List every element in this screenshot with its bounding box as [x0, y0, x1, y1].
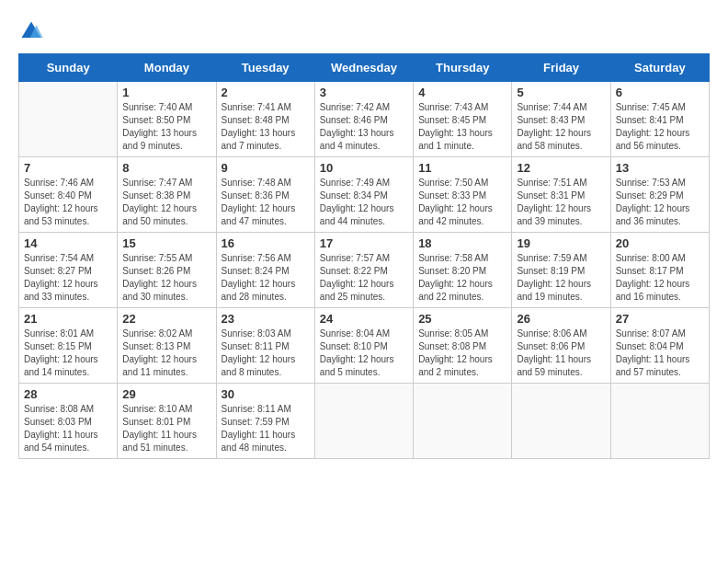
day-info: Sunrise: 7:49 AM Sunset: 8:34 PM Dayligh…: [320, 177, 408, 228]
calendar-cell: 14Sunrise: 7:54 AM Sunset: 8:27 PM Dayli…: [19, 233, 118, 308]
logo-icon: [18, 18, 44, 44]
day-number: 8: [122, 161, 210, 175]
day-info: Sunrise: 7:57 AM Sunset: 8:22 PM Dayligh…: [320, 252, 408, 304]
day-info: Sunrise: 7:53 AM Sunset: 8:29 PM Dayligh…: [616, 177, 704, 228]
day-info: Sunrise: 8:10 AM Sunset: 8:01 PM Dayligh…: [122, 403, 210, 454]
day-number: 15: [122, 236, 210, 250]
day-number: 28: [24, 387, 112, 401]
day-number: 9: [222, 161, 310, 175]
day-number: 23: [222, 312, 310, 326]
calendar-cell: 29Sunrise: 8:10 AM Sunset: 8:01 PM Dayli…: [118, 384, 216, 459]
day-number: 5: [517, 86, 605, 99]
day-info: Sunrise: 7:50 AM Sunset: 8:33 PM Dayligh…: [418, 177, 506, 228]
day-info: Sunrise: 7:46 AM Sunset: 8:40 PM Dayligh…: [24, 177, 112, 228]
day-info: Sunrise: 8:03 AM Sunset: 8:11 PM Dayligh…: [222, 327, 310, 379]
calendar-cell: 4Sunrise: 7:43 AM Sunset: 8:45 PM Daylig…: [414, 82, 512, 157]
calendar-cell: [314, 384, 413, 459]
day-info: Sunrise: 8:11 AM Sunset: 7:59 PM Dayligh…: [222, 403, 310, 454]
day-info: Sunrise: 7:42 AM Sunset: 8:46 PM Dayligh…: [320, 101, 408, 153]
day-info: Sunrise: 7:54 AM Sunset: 8:27 PM Dayligh…: [24, 252, 112, 304]
calendar-cell: 12Sunrise: 7:51 AM Sunset: 8:31 PM Dayli…: [512, 157, 610, 233]
day-number: 10: [320, 161, 408, 175]
calendar-week-5: 28Sunrise: 8:08 AM Sunset: 8:03 PM Dayli…: [19, 384, 710, 459]
day-info: Sunrise: 8:00 AM Sunset: 8:17 PM Dayligh…: [616, 252, 704, 304]
calendar-cell: 7Sunrise: 7:46 AM Sunset: 8:40 PM Daylig…: [19, 157, 118, 233]
calendar-cell: 8Sunrise: 7:47 AM Sunset: 8:38 PM Daylig…: [118, 157, 216, 233]
calendar-cell: 26Sunrise: 8:06 AM Sunset: 8:06 PM Dayli…: [512, 308, 610, 384]
weekday-header-thursday: Thursday: [414, 54, 512, 82]
calendar-header: SundayMondayTuesdayWednesdayThursdayFrid…: [19, 54, 710, 82]
weekday-header-wednesday: Wednesday: [314, 54, 413, 82]
calendar-cell: 6Sunrise: 7:45 AM Sunset: 8:41 PM Daylig…: [610, 82, 709, 157]
weekday-header-row: SundayMondayTuesdayWednesdayThursdayFrid…: [19, 54, 710, 82]
weekday-header-friday: Friday: [512, 54, 610, 82]
day-info: Sunrise: 7:58 AM Sunset: 8:20 PM Dayligh…: [418, 252, 506, 304]
calendar-week-4: 21Sunrise: 8:01 AM Sunset: 8:15 PM Dayli…: [19, 308, 710, 384]
calendar-cell: 20Sunrise: 8:00 AM Sunset: 8:17 PM Dayli…: [610, 233, 709, 308]
calendar-cell: 27Sunrise: 8:07 AM Sunset: 8:04 PM Dayli…: [610, 308, 709, 384]
weekday-header-tuesday: Tuesday: [216, 54, 314, 82]
day-info: Sunrise: 7:47 AM Sunset: 8:38 PM Dayligh…: [122, 177, 210, 228]
day-number: 30: [222, 387, 310, 401]
day-number: 14: [24, 236, 112, 250]
day-number: 17: [320, 236, 408, 250]
page-header: [18, 18, 710, 44]
day-info: Sunrise: 7:56 AM Sunset: 8:24 PM Dayligh…: [222, 252, 310, 304]
weekday-header-saturday: Saturday: [610, 54, 709, 82]
day-info: Sunrise: 8:04 AM Sunset: 8:10 PM Dayligh…: [320, 327, 408, 379]
calendar-cell: 19Sunrise: 7:59 AM Sunset: 8:19 PM Dayli…: [512, 233, 610, 308]
day-info: Sunrise: 8:06 AM Sunset: 8:06 PM Dayligh…: [517, 327, 605, 379]
calendar-cell: 5Sunrise: 7:44 AM Sunset: 8:43 PM Daylig…: [512, 82, 610, 157]
day-number: 19: [517, 236, 605, 250]
calendar-cell: 21Sunrise: 8:01 AM Sunset: 8:15 PM Dayli…: [19, 308, 118, 384]
day-number: 18: [418, 236, 506, 250]
day-number: 4: [418, 86, 506, 99]
calendar-cell: 2Sunrise: 7:41 AM Sunset: 8:48 PM Daylig…: [216, 82, 314, 157]
day-info: Sunrise: 7:48 AM Sunset: 8:36 PM Dayligh…: [222, 177, 310, 228]
day-info: Sunrise: 7:40 AM Sunset: 8:50 PM Dayligh…: [122, 101, 210, 153]
day-number: 11: [418, 161, 506, 175]
calendar-cell: [19, 82, 118, 157]
day-number: 16: [222, 236, 310, 250]
day-number: 2: [222, 86, 310, 99]
day-info: Sunrise: 7:41 AM Sunset: 8:48 PM Dayligh…: [222, 101, 310, 153]
weekday-header-sunday: Sunday: [19, 54, 118, 82]
day-number: 27: [616, 312, 704, 326]
calendar-cell: 1Sunrise: 7:40 AM Sunset: 8:50 PM Daylig…: [118, 82, 216, 157]
day-info: Sunrise: 7:45 AM Sunset: 8:41 PM Dayligh…: [616, 101, 704, 153]
day-number: 6: [616, 86, 704, 99]
calendar-cell: 9Sunrise: 7:48 AM Sunset: 8:36 PM Daylig…: [216, 157, 314, 233]
calendar-cell: 17Sunrise: 7:57 AM Sunset: 8:22 PM Dayli…: [314, 233, 413, 308]
day-number: 24: [320, 312, 408, 326]
day-info: Sunrise: 7:44 AM Sunset: 8:43 PM Dayligh…: [517, 101, 605, 153]
calendar-week-1: 1Sunrise: 7:40 AM Sunset: 8:50 PM Daylig…: [19, 82, 710, 157]
calendar-cell: [512, 384, 610, 459]
day-info: Sunrise: 8:08 AM Sunset: 8:03 PM Dayligh…: [24, 403, 112, 454]
calendar-week-3: 14Sunrise: 7:54 AM Sunset: 8:27 PM Dayli…: [19, 233, 710, 308]
calendar-cell: 18Sunrise: 7:58 AM Sunset: 8:20 PM Dayli…: [414, 233, 512, 308]
day-info: Sunrise: 7:51 AM Sunset: 8:31 PM Dayligh…: [517, 177, 605, 228]
day-info: Sunrise: 7:55 AM Sunset: 8:26 PM Dayligh…: [122, 252, 210, 304]
calendar-cell: 28Sunrise: 8:08 AM Sunset: 8:03 PM Dayli…: [19, 384, 118, 459]
day-info: Sunrise: 7:43 AM Sunset: 8:45 PM Dayligh…: [418, 101, 506, 153]
day-info: Sunrise: 8:05 AM Sunset: 8:08 PM Dayligh…: [418, 327, 506, 379]
day-number: 12: [517, 161, 605, 175]
calendar-cell: 24Sunrise: 8:04 AM Sunset: 8:10 PM Dayli…: [314, 308, 413, 384]
calendar-week-2: 7Sunrise: 7:46 AM Sunset: 8:40 PM Daylig…: [19, 157, 710, 233]
calendar-cell: 10Sunrise: 7:49 AM Sunset: 8:34 PM Dayli…: [314, 157, 413, 233]
logo: [18, 18, 48, 44]
calendar-cell: 16Sunrise: 7:56 AM Sunset: 8:24 PM Dayli…: [216, 233, 314, 308]
day-number: 25: [418, 312, 506, 326]
calendar-cell: 22Sunrise: 8:02 AM Sunset: 8:13 PM Dayli…: [118, 308, 216, 384]
day-number: 1: [122, 86, 210, 99]
day-number: 26: [517, 312, 605, 326]
day-number: 20: [616, 236, 704, 250]
day-number: 3: [320, 86, 408, 99]
day-number: 29: [122, 387, 210, 401]
calendar-cell: 23Sunrise: 8:03 AM Sunset: 8:11 PM Dayli…: [216, 308, 314, 384]
day-number: 13: [616, 161, 704, 175]
day-number: 7: [24, 161, 112, 175]
day-info: Sunrise: 8:07 AM Sunset: 8:04 PM Dayligh…: [616, 327, 704, 379]
day-info: Sunrise: 8:02 AM Sunset: 8:13 PM Dayligh…: [122, 327, 210, 379]
day-info: Sunrise: 8:01 AM Sunset: 8:15 PM Dayligh…: [24, 327, 112, 379]
